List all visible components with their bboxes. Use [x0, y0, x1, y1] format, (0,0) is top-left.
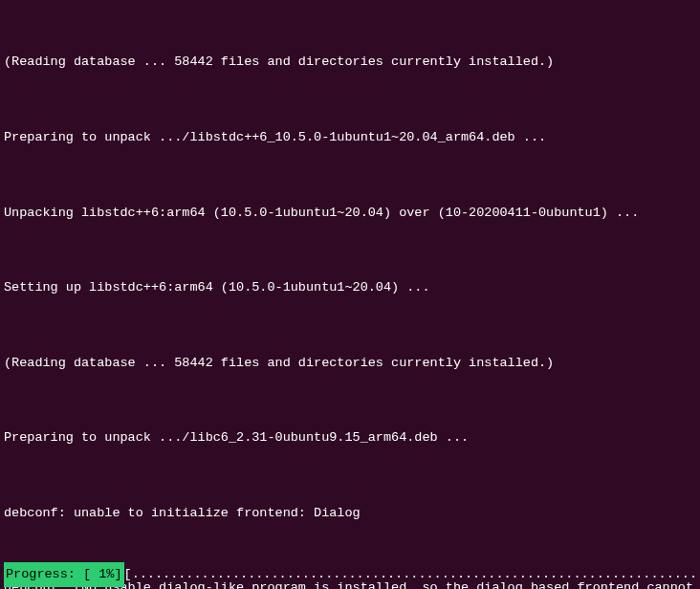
terminal-line: (Reading database ... 58442 files and di…: [4, 351, 696, 376]
terminal-line: Setting up libstdc++6:arm64 (10.5.0-1ubu…: [4, 275, 696, 300]
terminal-line: Preparing to unpack .../libstdc++6_10.5.…: [4, 125, 696, 150]
terminal-line: Preparing to unpack .../libc6_2.31-0ubun…: [4, 425, 696, 450]
terminal-line: debconf: unable to initialize frontend: …: [4, 501, 696, 526]
terminal-line: Unpacking libstdc++6:arm64 (10.5.0-1ubun…: [4, 201, 696, 226]
progress-bar: Progress: [ 1%] [.......................…: [0, 562, 700, 589]
terminal-line: (Reading database ... 58442 files and di…: [4, 50, 696, 75]
terminal-output[interactable]: (Reading database ... 58442 files and di…: [0, 0, 700, 589]
progress-percentage: Progress: [ 1%]: [4, 562, 124, 587]
progress-dots: [.......................................…: [124, 562, 696, 587]
